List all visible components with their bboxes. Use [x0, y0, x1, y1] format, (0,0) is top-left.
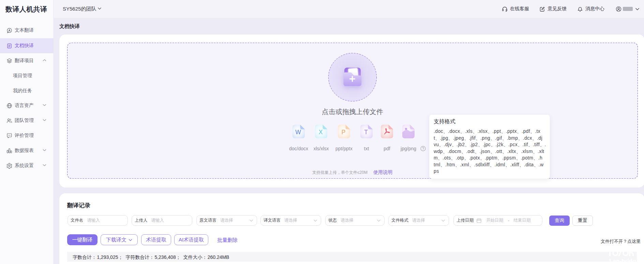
svg-text:Lan-bridg: Lan-bridg — [609, 258, 636, 264]
svg-text:T: T — [364, 129, 368, 136]
svg-text:W: W — [295, 129, 301, 136]
svg-text:X: X — [319, 129, 323, 136]
svg-text:P: P — [342, 129, 346, 136]
